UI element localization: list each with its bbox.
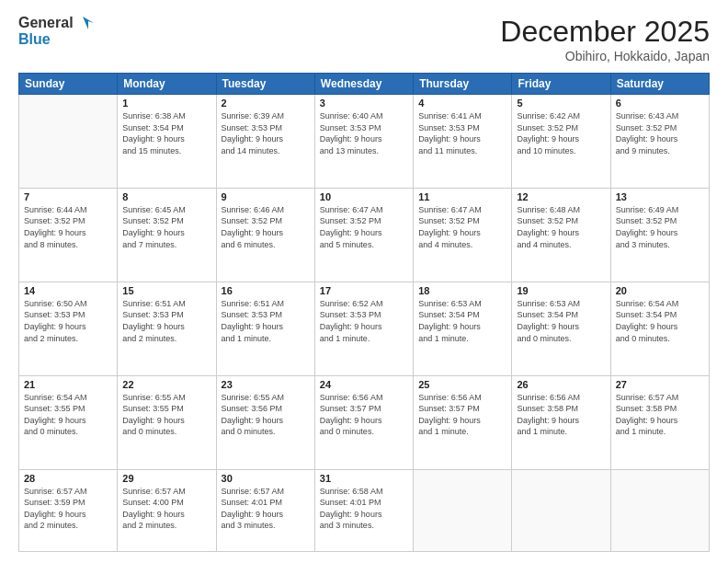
day-info: Sunrise: 6:51 AMSunset: 3:53 PMDaylight:…: [122, 298, 210, 344]
week-row-5: 28Sunrise: 6:57 AMSunset: 3:59 PMDayligh…: [19, 469, 710, 552]
weekday-wednesday: Wednesday: [314, 74, 413, 95]
day-number: 27: [616, 379, 704, 390]
day-info: Sunrise: 6:57 AMSunset: 4:01 PMDaylight:…: [222, 486, 310, 532]
day-info: Sunrise: 6:55 AMSunset: 3:56 PMDaylight:…: [222, 392, 310, 438]
day-info: Sunrise: 6:55 AMSunset: 3:55 PMDaylight:…: [122, 392, 210, 438]
calendar-cell: 19Sunrise: 6:53 AMSunset: 3:54 PMDayligh…: [512, 282, 610, 375]
day-number: 25: [418, 379, 506, 390]
day-number: 20: [616, 285, 704, 296]
calendar-page: General Blue December 2025 Obihiro, Hokk…: [0, 0, 728, 563]
day-info: Sunrise: 6:45 AMSunset: 3:52 PMDaylight:…: [122, 204, 210, 250]
day-number: 4: [418, 98, 506, 109]
logo-bird-icon: [74, 15, 94, 31]
calendar-cell: 16Sunrise: 6:51 AMSunset: 3:53 PMDayligh…: [216, 282, 314, 375]
weekday-monday: Monday: [118, 74, 216, 95]
calendar-cell: 9Sunrise: 6:46 AMSunset: 3:52 PMDaylight…: [216, 188, 314, 282]
day-info: Sunrise: 6:54 AMSunset: 3:55 PMDaylight:…: [24, 392, 112, 438]
day-info: Sunrise: 6:38 AMSunset: 3:54 PMDaylight:…: [122, 110, 210, 156]
weekday-saturday: Saturday: [610, 74, 709, 95]
calendar-cell: 7Sunrise: 6:44 AMSunset: 3:52 PMDaylight…: [19, 188, 118, 282]
week-row-4: 21Sunrise: 6:54 AMSunset: 3:55 PMDayligh…: [19, 375, 710, 469]
calendar-cell: 25Sunrise: 6:56 AMSunset: 3:57 PMDayligh…: [414, 375, 512, 469]
day-number: 18: [418, 285, 506, 296]
calendar-cell: 31Sunrise: 6:58 AMSunset: 4:01 PMDayligh…: [314, 469, 413, 552]
calendar-cell: 11Sunrise: 6:47 AMSunset: 3:52 PMDayligh…: [414, 188, 512, 282]
logo: General Blue: [18, 15, 94, 48]
weekday-thursday: Thursday: [414, 74, 512, 95]
day-info: Sunrise: 6:48 AMSunset: 3:52 PMDaylight:…: [517, 204, 605, 250]
calendar-cell: 5Sunrise: 6:42 AMSunset: 3:52 PMDaylight…: [512, 95, 610, 189]
day-number: 3: [320, 98, 408, 109]
calendar-cell: 23Sunrise: 6:55 AMSunset: 3:56 PMDayligh…: [216, 375, 314, 469]
day-info: Sunrise: 6:44 AMSunset: 3:52 PMDaylight:…: [24, 204, 112, 250]
weekday-friday: Friday: [512, 74, 610, 95]
day-number: 21: [24, 379, 112, 390]
day-number: 23: [222, 379, 310, 390]
week-row-3: 14Sunrise: 6:50 AMSunset: 3:53 PMDayligh…: [19, 282, 710, 375]
calendar-cell: 18Sunrise: 6:53 AMSunset: 3:54 PMDayligh…: [414, 282, 512, 375]
calendar-cell: 26Sunrise: 6:56 AMSunset: 3:58 PMDayligh…: [512, 375, 610, 469]
day-number: 19: [517, 285, 605, 296]
calendar-table: SundayMondayTuesdayWednesdayThursdayFrid…: [18, 73, 710, 552]
day-info: Sunrise: 6:41 AMSunset: 3:53 PMDaylight:…: [418, 110, 506, 156]
day-number: 8: [122, 191, 210, 202]
calendar-cell: 13Sunrise: 6:49 AMSunset: 3:52 PMDayligh…: [610, 188, 709, 282]
location-subtitle: Obihiro, Hokkaido, Japan: [500, 49, 710, 63]
day-info: Sunrise: 6:53 AMSunset: 3:54 PMDaylight:…: [517, 298, 605, 344]
calendar-cell: 24Sunrise: 6:56 AMSunset: 3:57 PMDayligh…: [314, 375, 413, 469]
day-info: Sunrise: 6:57 AMSunset: 3:58 PMDaylight:…: [616, 392, 704, 438]
day-number: 13: [616, 191, 704, 202]
day-info: Sunrise: 6:49 AMSunset: 3:52 PMDaylight:…: [616, 204, 704, 250]
day-info: Sunrise: 6:56 AMSunset: 3:57 PMDaylight:…: [418, 392, 506, 438]
calendar-cell: [414, 469, 512, 552]
calendar-cell: 4Sunrise: 6:41 AMSunset: 3:53 PMDaylight…: [414, 95, 512, 189]
logo-blue: Blue: [18, 31, 51, 48]
calendar-cell: 10Sunrise: 6:47 AMSunset: 3:52 PMDayligh…: [314, 188, 413, 282]
day-number: 11: [418, 191, 506, 202]
calendar-cell: 30Sunrise: 6:57 AMSunset: 4:01 PMDayligh…: [216, 469, 314, 552]
day-info: Sunrise: 6:57 AMSunset: 3:59 PMDaylight:…: [24, 486, 112, 532]
day-number: 6: [616, 98, 704, 109]
day-info: Sunrise: 6:52 AMSunset: 3:53 PMDaylight:…: [320, 298, 408, 344]
day-info: Sunrise: 6:57 AMSunset: 4:00 PMDaylight:…: [122, 486, 210, 532]
day-number: 12: [517, 191, 605, 202]
day-number: 9: [222, 191, 310, 202]
svg-marker-0: [83, 17, 94, 29]
day-number: 15: [122, 285, 210, 296]
day-number: 30: [222, 473, 310, 484]
day-info: Sunrise: 6:42 AMSunset: 3:52 PMDaylight:…: [517, 110, 605, 156]
calendar-cell: [512, 469, 610, 552]
header: General Blue December 2025 Obihiro, Hokk…: [18, 15, 710, 63]
calendar-cell: 12Sunrise: 6:48 AMSunset: 3:52 PMDayligh…: [512, 188, 610, 282]
title-block: December 2025 Obihiro, Hokkaido, Japan: [500, 15, 710, 63]
day-number: 2: [222, 98, 310, 109]
day-info: Sunrise: 6:51 AMSunset: 3:53 PMDaylight:…: [222, 298, 310, 344]
day-number: 10: [320, 191, 408, 202]
day-info: Sunrise: 6:56 AMSunset: 3:58 PMDaylight:…: [517, 392, 605, 438]
calendar-cell: 27Sunrise: 6:57 AMSunset: 3:58 PMDayligh…: [610, 375, 709, 469]
day-info: Sunrise: 6:39 AMSunset: 3:53 PMDaylight:…: [222, 110, 310, 156]
day-info: Sunrise: 6:47 AMSunset: 3:52 PMDaylight:…: [320, 204, 408, 250]
day-info: Sunrise: 6:40 AMSunset: 3:53 PMDaylight:…: [320, 110, 408, 156]
day-info: Sunrise: 6:58 AMSunset: 4:01 PMDaylight:…: [320, 486, 408, 532]
weekday-tuesday: Tuesday: [216, 74, 314, 95]
day-info: Sunrise: 6:43 AMSunset: 3:52 PMDaylight:…: [616, 110, 704, 156]
day-number: 26: [517, 379, 605, 390]
day-info: Sunrise: 6:46 AMSunset: 3:52 PMDaylight:…: [222, 204, 310, 250]
calendar-cell: 3Sunrise: 6:40 AMSunset: 3:53 PMDaylight…: [314, 95, 413, 189]
day-number: 22: [122, 379, 210, 390]
calendar-cell: 1Sunrise: 6:38 AMSunset: 3:54 PMDaylight…: [118, 95, 216, 189]
day-number: 14: [24, 285, 112, 296]
week-row-2: 7Sunrise: 6:44 AMSunset: 3:52 PMDaylight…: [19, 188, 710, 282]
calendar-cell: [610, 469, 709, 552]
calendar-cell: 29Sunrise: 6:57 AMSunset: 4:00 PMDayligh…: [118, 469, 216, 552]
day-number: 31: [320, 473, 408, 484]
day-info: Sunrise: 6:47 AMSunset: 3:52 PMDaylight:…: [418, 204, 506, 250]
day-number: 7: [24, 191, 112, 202]
weekday-header-row: SundayMondayTuesdayWednesdayThursdayFrid…: [19, 74, 710, 95]
weekday-sunday: Sunday: [19, 74, 118, 95]
calendar-cell: [19, 95, 118, 189]
week-row-1: 1Sunrise: 6:38 AMSunset: 3:54 PMDaylight…: [19, 95, 710, 189]
calendar-cell: 15Sunrise: 6:51 AMSunset: 3:53 PMDayligh…: [118, 282, 216, 375]
day-number: 5: [517, 98, 605, 109]
